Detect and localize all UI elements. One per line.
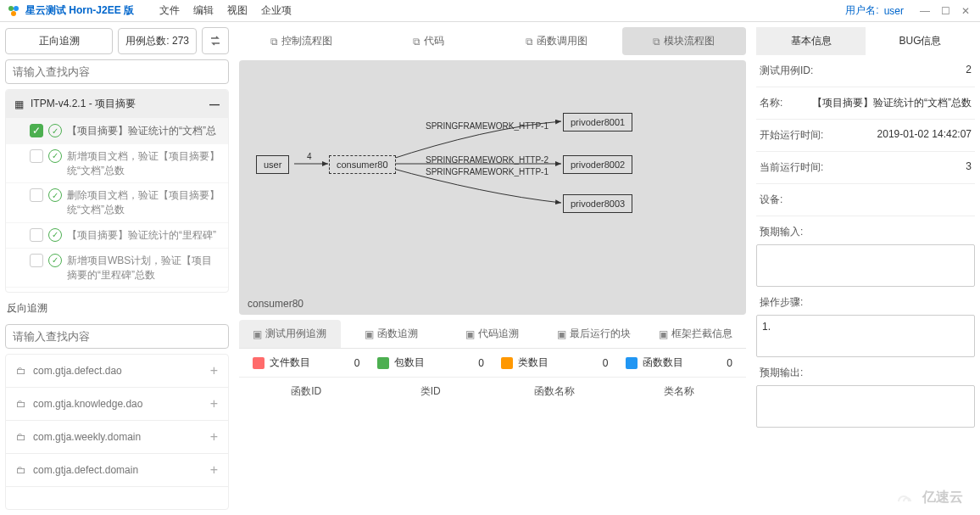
- stat-icon: [253, 357, 264, 369]
- stat-label: 包数目: [394, 355, 425, 370]
- svg-point-1: [14, 6, 19, 11]
- node-provider-3[interactable]: privoder8003: [563, 194, 632, 213]
- node-provider-2[interactable]: privoder8002: [563, 155, 632, 174]
- expand-icon[interactable]: +: [210, 363, 218, 378]
- tree-item-label: 新增项目WBS计划，验证【项目摘要的“里程碑”总数: [67, 254, 221, 283]
- steps-box[interactable]: 1.: [756, 315, 975, 357]
- node-user[interactable]: user: [256, 155, 289, 174]
- reverse-trace-label: 反向追溯: [5, 298, 229, 319]
- stat-item: 函数数目0: [617, 355, 742, 370]
- expand-icon[interactable]: +: [210, 429, 218, 445]
- center-tab[interactable]: ⧉模块流程图: [622, 27, 747, 55]
- expand-icon[interactable]: +: [210, 462, 218, 478]
- package-item[interactable]: 🗀com.gtja.weekly.domain+: [6, 421, 228, 454]
- stat-item: 包数目0: [369, 355, 493, 370]
- tree-item[interactable]: ✓ ✓ 【项目摘要】验证统计的“文档”总: [6, 118, 228, 143]
- lower-tab[interactable]: ▣代码追溯: [442, 320, 543, 348]
- stat-label: 文件数目: [270, 355, 310, 370]
- tree-item[interactable]: ✓ 【项目摘要】验证统计的“里程碑”: [6, 222, 228, 248]
- package-item[interactable]: 🗀com.gtja.defect.dao+: [6, 355, 228, 388]
- menu-file[interactable]: 文件: [159, 3, 180, 18]
- stat-icon: [501, 357, 513, 369]
- titlebar: 星云测试 Horn-J2EE 版 文件 编辑 视图 企业项 用户名: user …: [0, 0, 980, 22]
- table-column-header[interactable]: 类名称: [617, 384, 742, 399]
- expected-input-box[interactable]: [756, 244, 975, 287]
- info-row: 测试用例ID:2: [756, 55, 975, 87]
- lower-tab[interactable]: ▣最后运行的块: [543, 320, 645, 348]
- center-tab[interactable]: ⧉函数调用图: [494, 27, 619, 55]
- package-item[interactable]: 🗀com.gtja.defect.domain+: [6, 454, 228, 487]
- edge-label-2: SPRINGFRAMEWORK_HTTP-2: [426, 155, 548, 165]
- lower-tabs: ▣测试用例追溯▣函数追溯▣代码追溯▣最后运行的块▣框架拦截信息: [239, 320, 746, 349]
- menu-bar: 文件 编辑 视图 企业项: [159, 3, 292, 18]
- package-item[interactable]: 🗀com.gtja.knowledge.dao+: [6, 388, 228, 421]
- table-column-header[interactable]: 函数ID: [244, 384, 369, 399]
- swap-button[interactable]: [202, 27, 229, 54]
- tab-label: 模块流程图: [664, 34, 715, 48]
- checkbox-icon[interactable]: [30, 254, 43, 267]
- checkbox-icon[interactable]: [30, 149, 43, 163]
- checkbox-icon[interactable]: [30, 228, 43, 242]
- svg-point-2: [11, 11, 16, 16]
- tab-label: 代码追溯: [478, 327, 519, 341]
- close-icon[interactable]: ✕: [958, 3, 973, 19]
- center-tab[interactable]: ⧉代码: [367, 27, 492, 55]
- table-column-header[interactable]: 函数名称: [493, 384, 617, 399]
- left-panel: 正向追溯 用例总数: 273 ▦ ITPM-v4.2.1 - 项目摘要 — ✓ …: [0, 22, 234, 515]
- checkbox-icon[interactable]: [30, 188, 43, 202]
- info-label: 名称:: [760, 96, 812, 110]
- collapse-icon[interactable]: —: [209, 98, 220, 110]
- tree-item[interactable]: ✓ 【项目摘要】验证统计的“上线申请: [6, 287, 228, 293]
- tree-item[interactable]: ✓ 删除项目文档，验证【项目摘要】统“文档”总数: [6, 182, 228, 222]
- case-icon: ✓: [48, 124, 62, 137]
- steps-label: 操作步骤:: [756, 287, 975, 315]
- checkbox-icon[interactable]: ✓: [30, 124, 43, 137]
- lower-tab[interactable]: ▣测试用例追溯: [239, 320, 341, 348]
- menu-edit[interactable]: 编辑: [193, 3, 214, 18]
- forward-search-input[interactable]: [5, 59, 229, 84]
- tree-item[interactable]: ✓ 新增项目WBS计划，验证【项目摘要的“里程碑”总数: [6, 248, 228, 288]
- expected-output-label: 预期输出:: [756, 357, 975, 385]
- info-value: 2019-01-02 14:42:07: [877, 128, 972, 143]
- center-tabs: ⧉控制流程图⧉代码⧉函数调用图⧉模块流程图: [239, 27, 746, 55]
- package-name: com.gtja.knowledge.dao: [33, 398, 142, 410]
- app-logo-icon: [7, 4, 20, 18]
- app-title: 星云测试 Horn-J2EE 版: [25, 3, 134, 18]
- info-row: 设备:: [756, 184, 975, 216]
- stat-icon: [377, 357, 389, 369]
- folder-icon: 🗀: [16, 464, 26, 476]
- tree-header[interactable]: ▦ ITPM-v4.2.1 - 项目摘要 —: [6, 90, 228, 118]
- project-title: ITPM-v4.2.1 - 项目摘要: [31, 97, 136, 111]
- table-column-header[interactable]: 类ID: [369, 384, 493, 399]
- edge-label-3: SPRINGFRAMEWORK_HTTP-1: [426, 167, 548, 176]
- stats-row: 文件数目0包数目0类数目0函数数目0: [239, 349, 746, 378]
- tab-icon: ▣: [557, 328, 566, 340]
- right-tab[interactable]: 基本信息: [756, 27, 866, 55]
- reverse-search-input[interactable]: [5, 324, 229, 349]
- case-count-label: 用例总数:: [125, 35, 169, 47]
- case-icon: ✓: [48, 188, 62, 202]
- package-name: com.gtja.defect.dao: [33, 365, 122, 377]
- tab-label: 函数追溯: [377, 327, 418, 341]
- case-icon: ✓: [48, 149, 62, 163]
- lower-tab[interactable]: ▣函数追溯: [341, 320, 443, 348]
- center-tab[interactable]: ⧉控制流程图: [239, 27, 364, 55]
- minimize-icon[interactable]: —: [917, 3, 933, 19]
- tab-icon: ⧉: [653, 36, 660, 48]
- diagram-canvas[interactable]: user 4 consumer80 privoder8001 privoder8…: [239, 60, 746, 315]
- diagram-edges: [248, 69, 738, 306]
- expected-output-box[interactable]: [756, 385, 975, 428]
- tab-label: 控制流程图: [281, 34, 332, 48]
- menu-view[interactable]: 视图: [227, 3, 248, 18]
- tree-item[interactable]: ✓ 新增项目文档，验证【项目摘要】统“文档”总数: [6, 143, 228, 183]
- lower-tab[interactable]: ▣框架拦截信息: [644, 320, 746, 348]
- node-provider-1[interactable]: privoder8001: [563, 113, 632, 132]
- right-tab[interactable]: BUG信息: [866, 27, 975, 55]
- forward-trace-button[interactable]: 正向追溯: [5, 28, 113, 54]
- node-consumer[interactable]: consumer80: [329, 155, 396, 174]
- info-value: 3: [966, 160, 972, 175]
- package-name: com.gtja.weekly.domain: [33, 431, 141, 443]
- expand-icon[interactable]: +: [210, 396, 218, 411]
- maximize-icon[interactable]: ☐: [938, 3, 953, 19]
- menu-enterprise[interactable]: 企业项: [261, 3, 292, 18]
